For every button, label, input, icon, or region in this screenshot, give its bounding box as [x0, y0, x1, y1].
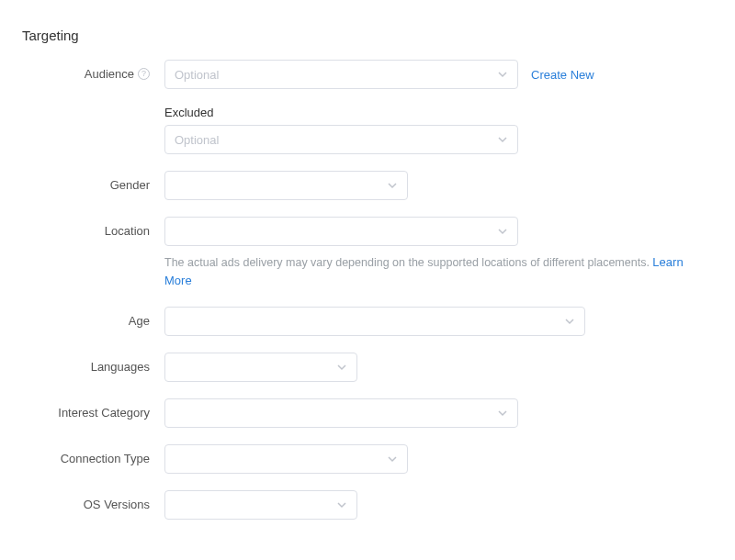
label-languages: Languages	[22, 353, 164, 374]
label-gender-text: Gender	[110, 178, 150, 192]
label-audience: Audience ?	[22, 60, 164, 81]
chevron-down-icon	[336, 499, 347, 510]
row-os-versions: OS Versions	[22, 490, 713, 520]
location-helper: The actual ads delivery may vary dependi…	[164, 253, 713, 290]
label-gender: Gender	[22, 171, 164, 192]
chevron-down-icon	[387, 454, 398, 465]
excluded-placeholder: Optional	[175, 133, 219, 147]
chevron-down-icon	[387, 180, 398, 191]
label-connection-type: Connection Type	[22, 444, 164, 465]
label-location-text: Location	[105, 224, 150, 238]
label-os-versions: OS Versions	[22, 490, 164, 511]
audience-field-col: Optional Create New Excluded Optional	[164, 60, 713, 154]
row-gender: Gender	[22, 171, 713, 200]
chevron-down-icon	[564, 316, 575, 327]
row-languages: Languages	[22, 353, 713, 382]
gender-select[interactable]	[164, 171, 408, 200]
label-interest-category: Interest Category	[22, 398, 164, 420]
chevron-down-icon	[497, 69, 508, 80]
create-new-link[interactable]: Create New	[531, 68, 594, 82]
label-audience-text: Audience	[85, 67, 134, 81]
languages-select[interactable]	[164, 353, 357, 382]
label-interest-category-text: Interest Category	[58, 406, 150, 420]
label-location: Location	[22, 217, 164, 238]
excluded-label: Excluded	[164, 106, 713, 119]
excluded-block: Excluded Optional	[164, 106, 713, 154]
chevron-down-icon	[497, 226, 508, 237]
section-title: Targeting	[22, 28, 713, 43]
label-os-versions-text: OS Versions	[84, 498, 150, 511]
audience-placeholder: Optional	[175, 68, 219, 82]
row-connection-type: Connection Type	[22, 444, 713, 474]
row-location: Location The actual ads delivery may var…	[22, 217, 713, 290]
row-interest-category: Interest Category	[22, 398, 713, 428]
help-icon[interactable]: ?	[138, 68, 150, 80]
label-languages-text: Languages	[91, 360, 150, 374]
location-select[interactable]	[164, 217, 518, 246]
excluded-select[interactable]: Optional	[164, 125, 518, 154]
label-connection-type-text: Connection Type	[61, 452, 150, 465]
label-age: Age	[22, 307, 164, 328]
label-age-text: Age	[129, 314, 150, 328]
connection-type-select[interactable]	[164, 444, 408, 474]
chevron-down-icon	[497, 134, 508, 145]
audience-select[interactable]: Optional	[164, 60, 518, 89]
chevron-down-icon	[497, 408, 508, 419]
row-audience: Audience ? Optional Create New Excluded …	[22, 60, 713, 154]
audience-inline: Optional Create New	[164, 60, 713, 89]
age-select[interactable]	[164, 307, 585, 336]
row-age: Age	[22, 307, 713, 336]
location-helper-text: The actual ads delivery may vary dependi…	[164, 256, 650, 269]
interest-category-select[interactable]	[164, 398, 518, 428]
chevron-down-icon	[336, 362, 347, 373]
os-versions-select[interactable]	[164, 490, 357, 520]
